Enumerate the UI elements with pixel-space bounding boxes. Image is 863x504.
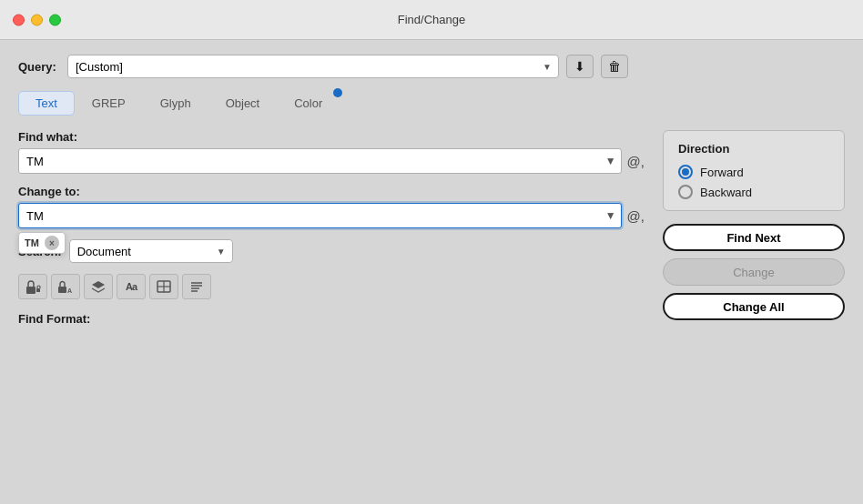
search-select-wrapper: DocumentStorySelectionAll Documents ▼	[69, 239, 233, 263]
change-all-button[interactable]: Change All	[663, 293, 845, 320]
find-what-input[interactable]	[18, 148, 622, 174]
autocomplete-tag: TM	[25, 237, 39, 248]
save-icon: ⬇︎	[574, 59, 585, 74]
trash-icon: 🗑	[608, 59, 621, 74]
find-next-button[interactable]: Find Next	[663, 224, 845, 251]
autocomplete-close-button[interactable]: ×	[45, 236, 59, 250]
tab-grep[interactable]: GREP	[75, 91, 143, 116]
change-at-button[interactable]: @,	[627, 208, 645, 224]
change-to-input-wrapper: ▼ TM ×	[18, 203, 622, 228]
traffic-lights	[13, 14, 61, 25]
svg-rect-0	[26, 287, 36, 294]
close-button[interactable]	[13, 14, 25, 25]
svg-text:A: A	[67, 287, 72, 294]
find-what-row: ▼ @,	[18, 148, 645, 174]
layers-icon[interactable]	[84, 274, 113, 299]
search-row: Search: DocumentStorySelectionAll Docume…	[18, 239, 645, 263]
autocomplete-popup: TM ×	[18, 232, 66, 254]
minimize-button[interactable]	[31, 14, 43, 25]
radio-forward-label: Forward	[700, 166, 744, 179]
case-icon[interactable]	[149, 274, 178, 299]
radio-backward[interactable]: Backward	[678, 185, 829, 199]
maximize-button[interactable]	[49, 14, 61, 25]
query-select-wrapper: [Custom]Default Query ▼	[67, 55, 559, 78]
direction-box: Direction Forward Backward	[663, 130, 845, 211]
toolbar-row: A Aa	[18, 274, 645, 299]
lock-text-icon[interactable]: A	[51, 274, 80, 299]
svg-rect-1	[36, 288, 40, 292]
tabs-row: Text GREP Glyph Object Color	[18, 91, 845, 116]
svg-rect-2	[58, 287, 66, 293]
form-right: Direction Forward Backward Find Next Cha…	[663, 130, 845, 326]
radio-forward[interactable]: Forward	[678, 165, 829, 179]
save-query-button[interactable]: ⬇︎	[566, 55, 594, 78]
color-tab-notification	[333, 88, 342, 97]
query-select[interactable]: [Custom]Default Query	[67, 55, 559, 78]
find-format-label: Find Format:	[18, 312, 645, 326]
font-size-icon[interactable]: Aa	[117, 274, 146, 299]
radio-forward-circle[interactable]	[678, 165, 693, 179]
radio-backward-circle[interactable]	[678, 185, 693, 199]
find-what-group: Find what: ▼ @,	[18, 130, 645, 174]
query-row: Query: [Custom]Default Query ▼ ⬇︎ 🗑	[18, 55, 845, 78]
form-layout: Find what: ▼ @, Change to: ▼	[18, 130, 845, 326]
tab-text[interactable]: Text	[18, 91, 75, 116]
find-at-button[interactable]: @,	[627, 154, 645, 169]
search-select[interactable]: DocumentStorySelectionAll Documents	[69, 239, 233, 263]
change-button: Change	[663, 258, 845, 286]
change-to-row: ▼ TM × @,	[18, 203, 645, 228]
radio-backward-label: Backward	[700, 186, 752, 199]
change-to-input[interactable]	[18, 203, 622, 228]
tab-object[interactable]: Object	[208, 91, 278, 116]
form-left: Find what: ▼ @, Change to: ▼	[18, 130, 645, 326]
window-title: Find/Change	[398, 13, 465, 26]
svg-marker-4	[92, 281, 105, 288]
query-label: Query:	[18, 60, 56, 74]
delete-query-button[interactable]: 🗑	[601, 55, 628, 78]
tab-color[interactable]: Color	[277, 91, 340, 116]
find-what-input-wrapper: ▼	[18, 148, 622, 174]
main-content: Query: [Custom]Default Query ▼ ⬇︎ 🗑 Text…	[0, 40, 863, 340]
direction-title: Direction	[678, 142, 829, 156]
title-bar: Find/Change	[0, 0, 863, 40]
find-what-label: Find what:	[18, 130, 645, 144]
change-to-dropdown-btn[interactable]: ▼	[602, 207, 620, 224]
radio-forward-dot	[682, 168, 689, 176]
lock-format-icon[interactable]	[18, 274, 47, 299]
change-to-label: Change to:	[18, 185, 645, 198]
find-what-dropdown-btn[interactable]: ▼	[602, 153, 620, 169]
paragraph-icon[interactable]	[182, 274, 211, 299]
tab-glyph[interactable]: Glyph	[143, 91, 208, 116]
change-to-group: Change to: ▼ TM × @,	[18, 185, 645, 228]
